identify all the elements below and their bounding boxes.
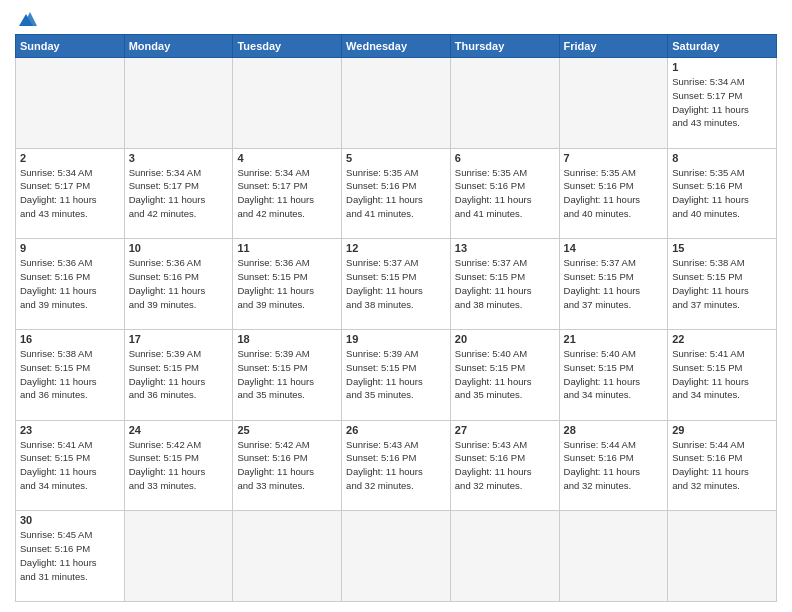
calendar-cell: [342, 511, 451, 602]
calendar-cell: 29Sunrise: 5:44 AM Sunset: 5:16 PM Dayli…: [668, 420, 777, 511]
calendar-cell: 30Sunrise: 5:45 AM Sunset: 5:16 PM Dayli…: [16, 511, 125, 602]
calendar-cell: 11Sunrise: 5:36 AM Sunset: 5:15 PM Dayli…: [233, 239, 342, 330]
day-number: 8: [672, 152, 772, 164]
day-info: Sunrise: 5:38 AM Sunset: 5:15 PM Dayligh…: [20, 347, 120, 402]
day-info: Sunrise: 5:42 AM Sunset: 5:16 PM Dayligh…: [237, 438, 337, 493]
day-number: 15: [672, 242, 772, 254]
day-info: Sunrise: 5:43 AM Sunset: 5:16 PM Dayligh…: [455, 438, 555, 493]
day-number: 6: [455, 152, 555, 164]
day-number: 28: [564, 424, 664, 436]
day-number: 20: [455, 333, 555, 345]
day-number: 22: [672, 333, 772, 345]
day-number: 12: [346, 242, 446, 254]
calendar-cell: 18Sunrise: 5:39 AM Sunset: 5:15 PM Dayli…: [233, 329, 342, 420]
day-number: 1: [672, 61, 772, 73]
calendar-week-row: 30Sunrise: 5:45 AM Sunset: 5:16 PM Dayli…: [16, 511, 777, 602]
day-number: 16: [20, 333, 120, 345]
day-info: Sunrise: 5:41 AM Sunset: 5:15 PM Dayligh…: [672, 347, 772, 402]
logo: [15, 10, 41, 28]
day-number: 3: [129, 152, 229, 164]
calendar-cell: 12Sunrise: 5:37 AM Sunset: 5:15 PM Dayli…: [342, 239, 451, 330]
calendar-cell: 15Sunrise: 5:38 AM Sunset: 5:15 PM Dayli…: [668, 239, 777, 330]
calendar-cell: [233, 511, 342, 602]
day-info: Sunrise: 5:34 AM Sunset: 5:17 PM Dayligh…: [20, 166, 120, 221]
day-number: 18: [237, 333, 337, 345]
calendar-week-row: 16Sunrise: 5:38 AM Sunset: 5:15 PM Dayli…: [16, 329, 777, 420]
day-info: Sunrise: 5:39 AM Sunset: 5:15 PM Dayligh…: [129, 347, 229, 402]
calendar-cell: 9Sunrise: 5:36 AM Sunset: 5:16 PM Daylig…: [16, 239, 125, 330]
day-number: 5: [346, 152, 446, 164]
day-number: 11: [237, 242, 337, 254]
day-number: 27: [455, 424, 555, 436]
calendar-cell: [342, 58, 451, 149]
weekday-header: Tuesday: [233, 35, 342, 58]
calendar-cell: 26Sunrise: 5:43 AM Sunset: 5:16 PM Dayli…: [342, 420, 451, 511]
calendar-cell: 19Sunrise: 5:39 AM Sunset: 5:15 PM Dayli…: [342, 329, 451, 420]
day-info: Sunrise: 5:37 AM Sunset: 5:15 PM Dayligh…: [455, 256, 555, 311]
day-info: Sunrise: 5:36 AM Sunset: 5:16 PM Dayligh…: [129, 256, 229, 311]
day-info: Sunrise: 5:34 AM Sunset: 5:17 PM Dayligh…: [237, 166, 337, 221]
day-number: 13: [455, 242, 555, 254]
day-info: Sunrise: 5:42 AM Sunset: 5:15 PM Dayligh…: [129, 438, 229, 493]
day-info: Sunrise: 5:35 AM Sunset: 5:16 PM Dayligh…: [455, 166, 555, 221]
day-number: 24: [129, 424, 229, 436]
calendar-week-row: 1Sunrise: 5:34 AM Sunset: 5:17 PM Daylig…: [16, 58, 777, 149]
calendar-cell: 6Sunrise: 5:35 AM Sunset: 5:16 PM Daylig…: [450, 148, 559, 239]
day-info: Sunrise: 5:44 AM Sunset: 5:16 PM Dayligh…: [564, 438, 664, 493]
day-info: Sunrise: 5:41 AM Sunset: 5:15 PM Dayligh…: [20, 438, 120, 493]
day-info: Sunrise: 5:43 AM Sunset: 5:16 PM Dayligh…: [346, 438, 446, 493]
calendar-cell: 23Sunrise: 5:41 AM Sunset: 5:15 PM Dayli…: [16, 420, 125, 511]
weekday-header: Thursday: [450, 35, 559, 58]
day-number: 29: [672, 424, 772, 436]
calendar-week-row: 9Sunrise: 5:36 AM Sunset: 5:16 PM Daylig…: [16, 239, 777, 330]
calendar-week-row: 2Sunrise: 5:34 AM Sunset: 5:17 PM Daylig…: [16, 148, 777, 239]
day-info: Sunrise: 5:40 AM Sunset: 5:15 PM Dayligh…: [564, 347, 664, 402]
day-number: 7: [564, 152, 664, 164]
calendar-cell: 21Sunrise: 5:40 AM Sunset: 5:15 PM Dayli…: [559, 329, 668, 420]
calendar-cell: 14Sunrise: 5:37 AM Sunset: 5:15 PM Dayli…: [559, 239, 668, 330]
day-number: 25: [237, 424, 337, 436]
calendar-week-row: 23Sunrise: 5:41 AM Sunset: 5:15 PM Dayli…: [16, 420, 777, 511]
calendar-header-row: SundayMondayTuesdayWednesdayThursdayFrid…: [16, 35, 777, 58]
day-info: Sunrise: 5:37 AM Sunset: 5:15 PM Dayligh…: [564, 256, 664, 311]
weekday-header: Wednesday: [342, 35, 451, 58]
calendar-cell: 7Sunrise: 5:35 AM Sunset: 5:16 PM Daylig…: [559, 148, 668, 239]
calendar-cell: 10Sunrise: 5:36 AM Sunset: 5:16 PM Dayli…: [124, 239, 233, 330]
day-info: Sunrise: 5:36 AM Sunset: 5:16 PM Dayligh…: [20, 256, 120, 311]
calendar-cell: 16Sunrise: 5:38 AM Sunset: 5:15 PM Dayli…: [16, 329, 125, 420]
day-number: 19: [346, 333, 446, 345]
day-info: Sunrise: 5:37 AM Sunset: 5:15 PM Dayligh…: [346, 256, 446, 311]
calendar-cell: 8Sunrise: 5:35 AM Sunset: 5:16 PM Daylig…: [668, 148, 777, 239]
calendar-cell: 24Sunrise: 5:42 AM Sunset: 5:15 PM Dayli…: [124, 420, 233, 511]
calendar-cell: [668, 511, 777, 602]
calendar-cell: 28Sunrise: 5:44 AM Sunset: 5:16 PM Dayli…: [559, 420, 668, 511]
calendar-cell: [559, 58, 668, 149]
day-number: 4: [237, 152, 337, 164]
calendar-cell: 20Sunrise: 5:40 AM Sunset: 5:15 PM Dayli…: [450, 329, 559, 420]
day-info: Sunrise: 5:35 AM Sunset: 5:16 PM Dayligh…: [564, 166, 664, 221]
calendar-cell: [559, 511, 668, 602]
calendar-cell: 2Sunrise: 5:34 AM Sunset: 5:17 PM Daylig…: [16, 148, 125, 239]
calendar-cell: 25Sunrise: 5:42 AM Sunset: 5:16 PM Dayli…: [233, 420, 342, 511]
header: [15, 10, 777, 28]
day-info: Sunrise: 5:39 AM Sunset: 5:15 PM Dayligh…: [237, 347, 337, 402]
logo-icon: [19, 10, 41, 28]
day-info: Sunrise: 5:35 AM Sunset: 5:16 PM Dayligh…: [346, 166, 446, 221]
calendar-cell: 5Sunrise: 5:35 AM Sunset: 5:16 PM Daylig…: [342, 148, 451, 239]
day-number: 21: [564, 333, 664, 345]
calendar-cell: [450, 58, 559, 149]
calendar-cell: 1Sunrise: 5:34 AM Sunset: 5:17 PM Daylig…: [668, 58, 777, 149]
day-number: 17: [129, 333, 229, 345]
weekday-header: Monday: [124, 35, 233, 58]
weekday-header: Sunday: [16, 35, 125, 58]
logo-text: [15, 10, 41, 28]
day-info: Sunrise: 5:36 AM Sunset: 5:15 PM Dayligh…: [237, 256, 337, 311]
calendar-cell: [16, 58, 125, 149]
day-number: 23: [20, 424, 120, 436]
day-info: Sunrise: 5:40 AM Sunset: 5:15 PM Dayligh…: [455, 347, 555, 402]
day-number: 9: [20, 242, 120, 254]
weekday-header: Friday: [559, 35, 668, 58]
day-info: Sunrise: 5:39 AM Sunset: 5:15 PM Dayligh…: [346, 347, 446, 402]
calendar-cell: [124, 511, 233, 602]
calendar-cell: [233, 58, 342, 149]
